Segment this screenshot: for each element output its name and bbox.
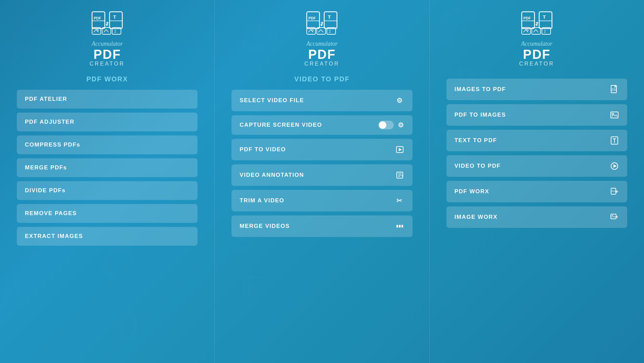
btn-video-annotation-label: VIDEO ANNOTATION [240, 172, 304, 178]
btn-images-to-pdf-label: IMAGES TO PDF [455, 86, 506, 93]
svg-text:PDF: PDF [523, 16, 531, 20]
btn-pdf-to-video[interactable]: PDF TO VIDEO [231, 139, 412, 160]
btn-text-to-pdf[interactable]: TEXT TO PDF [446, 130, 627, 151]
btn-list-3: IMAGES TO PDF PDF PDF TO IMAGES [446, 79, 627, 228]
svg-rect-0 [92, 12, 105, 29]
app-icon-2: PDF T 2 [305, 10, 339, 37]
svg-text:2: 2 [544, 30, 546, 33]
app-title-pdf-1: PDF [93, 48, 121, 61]
app-title-pdf-3: PDF [523, 48, 551, 61]
text-icon [610, 136, 619, 145]
svg-text:PDF: PDF [308, 16, 316, 20]
svg-text:PDF: PDF [94, 16, 101, 20]
svg-text:T: T [113, 14, 116, 20]
pdfworx-icon: PDF [610, 187, 619, 196]
btn-pdf-worx-main-label: PDF WORX [455, 188, 489, 195]
panel-pdf-worx: PDF T 2 Accumulator PDF CREATOR [0, 0, 215, 363]
btn-extract-images[interactable]: EXTRACT IMAGES [17, 227, 198, 246]
btn-list-1: PDF ATELIER PDF ADJUSTER COMPRESS PDFs M… [17, 90, 198, 246]
btn-trim-video-label: TRIM A VIDEO [240, 197, 284, 204]
toggle-controls: ⚙ [378, 121, 404, 129]
svg-rect-30 [401, 225, 403, 228]
svg-point-7 [97, 30, 99, 31]
btn-video-annotation[interactable]: VIDEO ANNOTATION [231, 164, 412, 186]
svg-rect-29 [399, 225, 400, 228]
btn-pdf-to-images-label: PDF TO IMAGES [455, 112, 506, 118]
svg-rect-11 [307, 12, 319, 29]
btn-pdf-atelier[interactable]: PDF ATELIER [17, 90, 198, 109]
btn-pdf-to-images[interactable]: PDF TO IMAGES [446, 104, 627, 126]
app-name-italic-1: Accumulator [92, 40, 123, 47]
svg-rect-31 [522, 12, 534, 29]
merge-icon [395, 221, 404, 231]
capture-screen-video-label: CAPTURE SCREEN VIDEO [240, 122, 322, 128]
svg-rect-28 [396, 225, 398, 228]
app-title-pdf-2: PDF [308, 48, 336, 61]
svg-text:T: T [328, 14, 331, 20]
btn-compress-pdfs[interactable]: COMPRESS PDFs [17, 135, 198, 154]
image-file-icon [610, 110, 619, 120]
video-circular-icon [610, 161, 619, 171]
scissors-icon: ✂ [395, 196, 404, 205]
panel-video-to-pdf: PDF T 2 Accumulator PDF CREATOR VIDEO TO… [215, 0, 429, 363]
btn-merge-videos[interactable]: MERGE VIDEOS [231, 215, 412, 237]
btn-pdf-worx-main[interactable]: PDF WORX PDF [446, 181, 627, 202]
app-icon-1: PDF T 2 [90, 10, 124, 37]
btn-images-to-pdf[interactable]: IMAGES TO PDF PDF [446, 79, 627, 100]
svg-text:2: 2 [329, 30, 331, 33]
svg-point-55 [611, 215, 612, 216]
svg-text:T: T [543, 14, 546, 20]
panels-container: PDF T 2 Accumulator PDF CREATOR [0, 0, 644, 363]
btn-pdf-to-video-label: PDF TO VIDEO [240, 146, 286, 153]
annotation-icon [395, 170, 404, 180]
btn-trim-video[interactable]: TRIM A VIDEO ✂ [231, 190, 412, 211]
btn-image-worx[interactable]: IMAGE WORX [446, 206, 627, 228]
btn-merge-videos-label: MERGE VIDEOS [240, 223, 290, 230]
gear-icon: ⚙ [395, 96, 404, 105]
app-name-italic-3: Accumulator [521, 40, 552, 47]
section-heading-2: VIDEO TO PDF [294, 75, 350, 83]
svg-text:PDF: PDF [612, 88, 617, 90]
svg-marker-23 [399, 148, 402, 151]
app-icon-3: PDF T 2 [520, 10, 554, 37]
pdf-file-icon: PDF [610, 85, 619, 94]
app-title-creator-1: CREATOR [90, 61, 125, 67]
svg-text:2: 2 [114, 30, 116, 33]
app-name-italic-2: Accumulator [306, 40, 338, 47]
btn-select-video-file-label: SELECT VIDEO FILE [240, 97, 304, 104]
btn-text-to-pdf-label: TEXT TO PDF [455, 137, 497, 144]
capture-gear-icon[interactable]: ⚙ [398, 121, 404, 129]
imageworx-icon [610, 212, 619, 222]
btn-video-to-pdf-label: VIDEO TO PDF [455, 163, 501, 169]
btn-pdf-adjuster[interactable]: PDF ADJUSTER [17, 113, 198, 131]
capture-screen-toggle[interactable] [378, 121, 394, 129]
svg-marker-51 [613, 164, 617, 168]
video-play-icon [395, 145, 404, 154]
panel-main-menu: PDF T 2 Accumulator PDF CREATOR I [430, 0, 644, 363]
app-title-creator-2: CREATOR [304, 61, 340, 67]
svg-point-38 [526, 30, 528, 31]
btn-image-worx-label: IMAGE WORX [455, 214, 498, 220]
svg-point-46 [612, 113, 613, 115]
btn-video-to-pdf[interactable]: VIDEO TO PDF [446, 155, 627, 177]
btn-divide-pdfs[interactable]: DIVIDE PDFs [17, 181, 198, 200]
section-heading-1: PDF WORX [86, 75, 128, 83]
btn-remove-pages[interactable]: REMOVE PAGES [17, 204, 198, 223]
capture-screen-video-row: CAPTURE SCREEN VIDEO ⚙ [231, 115, 412, 135]
btn-select-video-file[interactable]: SELECT VIDEO FILE ⚙ [231, 90, 412, 111]
btn-list-2: SELECT VIDEO FILE ⚙ CAPTURE SCREEN VIDEO… [231, 90, 412, 237]
app-title-creator-3: CREATOR [519, 61, 554, 67]
btn-merge-pdfs[interactable]: MERGE PDFs [17, 158, 198, 177]
svg-point-18 [312, 30, 313, 31]
